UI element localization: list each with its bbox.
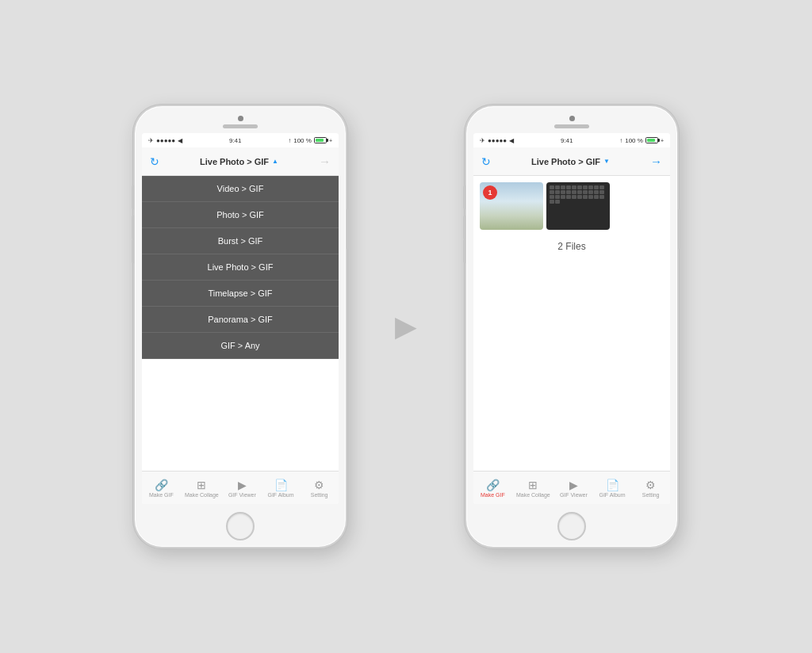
keyboard-thumbnail [546,182,610,230]
album-icon-2: 📄 [606,479,619,491]
menu-item-timelapse-gif[interactable]: Timelapse > GIF [142,281,339,307]
wifi-icon: ◀ [178,137,182,144]
battery-fill-2 [647,139,655,142]
tab-setting[interactable]: ⚙ Setting [304,479,335,498]
phone-2-content: 1 2 Files [473,176,670,471]
phone-1-forward-icon[interactable]: → [319,155,331,168]
phone-1-status-bar: ✈ ●●●●● ◀ 9:41 ↑ 100 % + [142,133,339,147]
phone-1: ✈ ●●●●● ◀ 9:41 ↑ 100 % + ↻ Live Photo > … [133,105,347,548]
phone-1-status-right: ↑ 100 % + [288,137,332,144]
tab-2-gif-viewer[interactable]: ▶ GIF Viewer [558,479,588,498]
wifi-icon-2: ◀ [509,137,514,144]
tab-2-make-gif-label: Make GIF [481,492,505,498]
battery-fill [316,139,324,142]
tab-2-gif-album[interactable]: 📄 GIF Album [597,479,627,498]
phone-1-camera [238,116,243,121]
phone-1-tab-bar: 🔗 Make GIF ⊞ Make Collage ▶ GIF Viewer 📄… [142,471,339,504]
phone-1-speaker [223,124,258,128]
phone-1-refresh-icon[interactable]: ↻ [150,155,159,168]
tab-2-setting-label: Setting [642,492,660,498]
phone-1-screen: ✈ ●●●●● ◀ 9:41 ↑ 100 % + ↻ Live Photo > … [142,133,339,504]
gear-icon: ⚙ [314,479,324,491]
phone-2-nav-title: Live Photo > GIF [531,157,600,166]
airplane-icon: ✈ [148,137,154,144]
phone-1-time: 9:41 [229,137,242,144]
phone-1-status-left: ✈ ●●●●● ◀ [148,137,182,144]
signal-strength-icon-2: ↑ [619,137,622,144]
phone-2-speaker [554,124,589,128]
tab-setting-label: Setting [311,492,328,498]
tab-2-make-gif[interactable]: 🔗 Make GIF [477,479,508,498]
tab-make-gif-label: Make GIF [149,492,174,498]
battery-percent: 100 % [293,137,312,144]
menu-item-burst-gif[interactable]: Burst > GIF [142,228,339,254]
tab-make-gif[interactable]: 🔗 Make GIF [146,479,176,498]
phone-1-nav-bar: ↻ Live Photo > GIF ▲ → [142,147,339,176]
tab-gif-album[interactable]: 📄 GIF Album [266,479,296,498]
tab-2-gif-album-label: GIF Album [599,492,625,498]
file-badge: 1 [483,185,497,200]
play-icon: ▶ [238,479,247,491]
phone-1-dropdown-arrow[interactable]: ▲ [272,158,278,165]
phone-1-nav-title: Live Photo > GIF [200,157,269,166]
files-count: 2 Files [473,241,670,252]
tab-make-collage[interactable]: ⊞ Make Collage [185,479,219,498]
phone-2-camera [569,116,575,121]
phone-2-status-bar: ✈ ●●●●● ◀ 9:41 ↑ 100 % + [473,133,670,147]
menu-item-video-gif[interactable]: Video > GIF [142,176,339,202]
link-icon: 🔗 [155,479,168,491]
phone-2-tab-bar: 🔗 Make GIF ⊞ Make Collage ▶ GIF Viewer 📄… [473,471,670,504]
phone-1-top [135,106,346,133]
menu-item-livephoto-gif[interactable]: Live Photo > GIF [142,254,339,281]
phone-1-home-button[interactable] [226,512,255,540]
phone-2-dropdown-arrow[interactable]: ▼ [603,158,610,165]
phone-2-screen: ✈ ●●●●● ◀ 9:41 ↑ 100 % + ↻ Live Photo > … [473,133,670,504]
signal-strength-icon: ↑ [288,137,291,144]
phone-2-forward-icon[interactable]: → [650,155,662,168]
phone-2-top [466,106,677,133]
album-icon: 📄 [274,479,288,491]
link-icon-2: 🔗 [486,479,500,491]
phone-2: ✈ ●●●●● ◀ 9:41 ↑ 100 % + ↻ Live Photo > … [465,105,679,548]
tab-2-gif-viewer-label: GIF Viewer [560,492,588,498]
tab-gif-album-label: GIF Album [267,492,293,498]
file-thumb-1[interactable]: 1 [480,182,543,230]
file-grid: 1 [473,176,670,236]
phone-2-status-right: ↑ 100 % + [619,137,664,144]
tab-2-make-collage[interactable]: ⊞ Make Collage [516,479,550,498]
grid-icon: ⊞ [197,479,206,491]
menu-item-panorama-gif[interactable]: Panorama > GIF [142,307,339,333]
gear-icon-2: ⚙ [645,479,656,491]
phone-1-menu-list: Video > GIF Photo > GIF Burst > GIF Live… [142,176,339,471]
phone-2-time: 9:41 [561,137,573,144]
signal-dots: ●●●●● [156,137,175,144]
tab-gif-viewer-label: GIF Viewer [228,492,256,498]
menu-item-photo-gif[interactable]: Photo > GIF [142,202,339,228]
grid-icon-2: ⊞ [528,479,538,491]
phone-2-status-left: ✈ ●●●●● ◀ [480,137,514,144]
battery-icon-2 [645,137,658,143]
battery-icon [314,137,327,143]
tab-2-setting[interactable]: ⚙ Setting [636,479,666,498]
phone-2-refresh-icon[interactable]: ↻ [481,155,491,168]
battery-bolt-2: + [661,138,664,143]
battery-percent-2: 100 % [625,137,643,144]
menu-item-gif-any[interactable]: GIF > Any [142,333,339,359]
signal-dots-2: ●●●●● [488,137,507,144]
battery-bolt: + [329,138,332,143]
airplane-icon-2: ✈ [480,137,485,144]
phone-2-home-button[interactable] [557,512,586,540]
between-arrow: ▶ [395,310,417,343]
play-icon-2: ▶ [569,479,578,491]
phone-2-nav-bar: ↻ Live Photo > GIF ▼ → [473,147,670,176]
file-thumb-2[interactable] [546,182,610,230]
tab-2-make-collage-label: Make Collage [516,492,550,498]
tab-gif-viewer[interactable]: ▶ GIF Viewer [227,479,257,498]
tab-make-collage-label: Make Collage [185,492,219,498]
